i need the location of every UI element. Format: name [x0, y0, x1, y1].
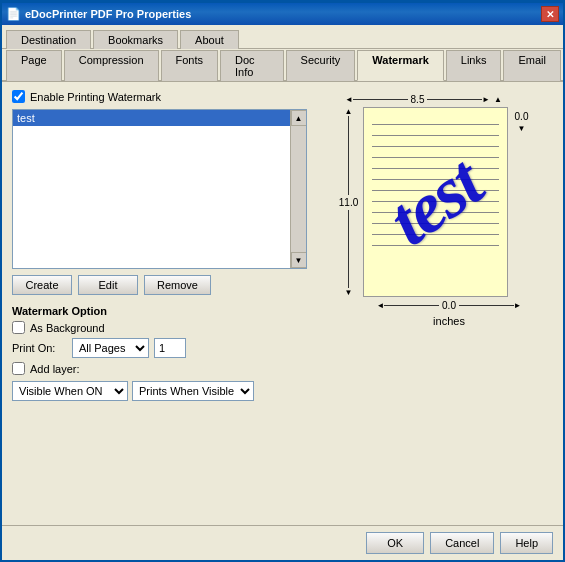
paper-line	[372, 190, 499, 191]
dim-bottom-value: 0.0	[439, 300, 459, 311]
inches-row: inches	[405, 315, 465, 327]
tab-about[interactable]: About	[180, 30, 239, 49]
app-icon: 📄	[6, 7, 21, 21]
left-panel: Enable Printing Watermark test ▲ ▼ Creat…	[12, 90, 307, 517]
right-panel: ◄ 8.5 ► ▲ ▲ 11.0 ▼	[317, 90, 553, 517]
bottom-line-2	[459, 305, 514, 306]
tab-docinfo[interactable]: Doc Info	[220, 50, 284, 81]
watermark-option-section: Watermark Option As Background Print On:…	[12, 305, 307, 362]
bottom-line	[384, 305, 439, 306]
paper-line	[372, 179, 499, 180]
add-layer-label: Add layer:	[30, 363, 80, 375]
tab-links[interactable]: Links	[446, 50, 502, 81]
tab-destination[interactable]: Destination	[6, 30, 91, 49]
paper-preview: test	[363, 107, 508, 297]
title-bar: 📄 eDocPrinter PDF Pro Properties ✕	[2, 3, 563, 25]
preview-middle-row: ▲ 11.0 ▼	[335, 107, 536, 297]
tab-page[interactable]: Page	[6, 50, 62, 81]
scroll-track	[291, 126, 307, 252]
ok-button[interactable]: OK	[366, 532, 424, 554]
bottom-bar: OK Cancel Help	[2, 525, 563, 560]
main-window: 📄 eDocPrinter PDF Pro Properties ✕ Desti…	[0, 0, 565, 562]
add-layer-checkbox[interactable]	[12, 362, 25, 375]
paper-line	[372, 245, 499, 246]
tab-row-2: Page Compression Fonts Doc Info Security…	[2, 49, 563, 82]
print-on-select[interactable]: All Pages First Page Last Page	[72, 338, 149, 358]
tab-watermark[interactable]: Watermark	[357, 50, 443, 81]
create-button[interactable]: Create	[12, 275, 72, 295]
tab-compression[interactable]: Compression	[64, 50, 159, 81]
watermark-list[interactable]: test ▲ ▼	[12, 109, 307, 269]
tab-fonts[interactable]: Fonts	[161, 50, 219, 81]
list-scrollbar: ▲ ▼	[290, 110, 306, 268]
scroll-down-button[interactable]: ▼	[291, 252, 307, 268]
watermark-option-label: Watermark Option	[12, 305, 307, 317]
paper-line	[372, 168, 499, 169]
cancel-button[interactable]: Cancel	[430, 532, 494, 554]
tab-email[interactable]: Email	[503, 50, 561, 81]
content-area: Enable Printing Watermark test ▲ ▼ Creat…	[2, 82, 563, 525]
visible-when-select[interactable]: Visible When ON Visible When OFF	[12, 381, 128, 401]
print-on-number[interactable]: 1	[154, 338, 186, 358]
paper-lines	[372, 124, 499, 286]
enable-watermark-checkbox[interactable]	[12, 90, 25, 103]
paper-line	[372, 234, 499, 235]
paper-line	[372, 135, 499, 136]
close-button[interactable]: ✕	[541, 6, 559, 22]
right-dim-value: 0.0	[515, 111, 529, 122]
bottom-arrow-right: ►	[514, 301, 522, 310]
remove-button[interactable]: Remove	[144, 275, 211, 295]
prints-when-select[interactable]: Prints When Visible Does Not Print	[132, 381, 254, 401]
dim-top-value: 8.5	[408, 94, 428, 105]
help-button[interactable]: Help	[500, 532, 553, 554]
layer-selects: Visible When ON Visible When OFF Prints …	[12, 381, 307, 401]
vert-arrow-down: ▼	[345, 288, 353, 297]
as-background-checkbox[interactable]	[12, 321, 25, 334]
paper-line	[372, 146, 499, 147]
top-dimension-row: ◄ 8.5 ► ▲	[317, 94, 553, 105]
arrow-left-icon: ◄	[345, 95, 353, 104]
bottom-arrow-left: ◄	[377, 301, 385, 310]
left-vert-line	[348, 116, 349, 195]
print-on-row: Print On: All Pages First Page Last Page…	[12, 338, 307, 358]
window-title: eDocPrinter PDF Pro Properties	[25, 8, 541, 20]
as-background-label: As Background	[30, 322, 105, 334]
left-dim-value: 11.0	[339, 195, 358, 210]
list-item[interactable]: test	[13, 110, 290, 126]
right-dimension: 0.0 ▼	[508, 107, 536, 297]
paper-line	[372, 201, 499, 202]
top-dimension: ◄ 8.5 ►	[345, 94, 490, 105]
right-dim-indicator: ▲	[490, 95, 502, 104]
inches-label: inches	[433, 315, 465, 327]
enable-watermark-row: Enable Printing Watermark	[12, 90, 307, 103]
paper-line	[372, 157, 499, 158]
bottom-dimension: ◄ 0.0 ►	[377, 300, 522, 311]
button-row: Create Edit Remove	[12, 275, 307, 295]
left-dimension: ▲ 11.0 ▼	[335, 107, 363, 297]
tab-security[interactable]: Security	[286, 50, 356, 81]
as-background-row: As Background	[12, 321, 307, 334]
add-layer-row: Add layer:	[12, 362, 307, 375]
top-arrow-line-2	[427, 99, 482, 100]
left-vert-line-2	[348, 210, 349, 289]
vert-arrow-down-right: ▼	[518, 124, 526, 133]
print-on-label: Print On:	[12, 342, 67, 354]
top-arrow-line	[353, 99, 408, 100]
edit-button[interactable]: Edit	[78, 275, 138, 295]
paper-line	[372, 124, 499, 125]
arrow-down-start: ▲	[494, 95, 502, 104]
vert-arrow-up: ▲	[345, 107, 353, 116]
bottom-dimension-row: ◄ 0.0 ►	[349, 300, 522, 311]
paper-line	[372, 212, 499, 213]
enable-watermark-label: Enable Printing Watermark	[30, 91, 161, 103]
tab-row-1: Destination Bookmarks About	[2, 25, 563, 49]
arrow-right-icon: ►	[482, 95, 490, 104]
scroll-up-button[interactable]: ▲	[291, 110, 307, 126]
paper-line	[372, 223, 499, 224]
tab-bookmarks[interactable]: Bookmarks	[93, 30, 178, 49]
